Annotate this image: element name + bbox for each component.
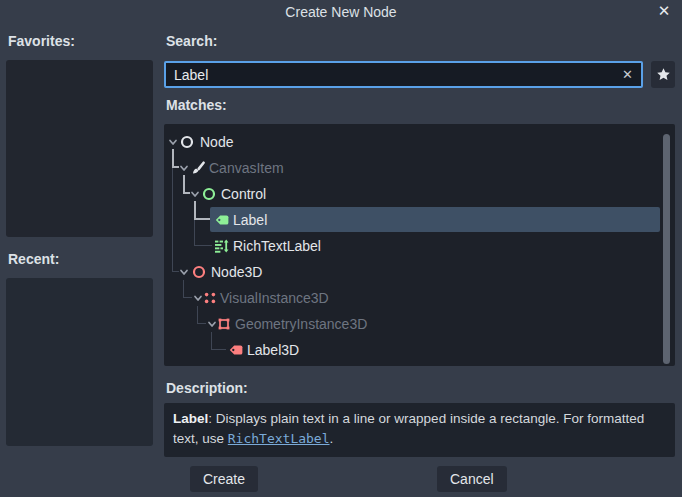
search-label: Search: xyxy=(166,33,217,49)
toggle-favorite-button[interactable] xyxy=(651,61,675,88)
tree-item-control[interactable]: Control xyxy=(164,181,675,207)
tree-item-label3d[interactable]: Label3D xyxy=(164,337,675,363)
recent-list[interactable] xyxy=(6,278,153,446)
geometryinstance3d-class-icon xyxy=(216,316,232,332)
tree-item-label: Node xyxy=(200,129,233,155)
chevron-down-icon[interactable] xyxy=(167,136,179,148)
chevron-down-icon[interactable] xyxy=(178,162,190,174)
tree-item-label: CanvasItem xyxy=(209,155,284,181)
favorites-list[interactable] xyxy=(6,60,153,237)
matches-tree: Node CanvasItem Control xyxy=(164,124,675,366)
control-class-icon xyxy=(201,186,217,202)
tree-item-label: RichTextLabel xyxy=(233,233,321,259)
tree-item-canvasitem[interactable]: CanvasItem xyxy=(164,155,675,181)
search-value: Label xyxy=(174,67,622,83)
clear-search-icon[interactable]: ✕ xyxy=(622,67,633,82)
tree-item-richtextlabel[interactable]: RichTextLabel xyxy=(164,233,675,259)
close-icon[interactable]: ✕ xyxy=(655,2,673,20)
tree-item-geometryinstance3d[interactable]: GeometryInstance3D xyxy=(164,311,675,337)
tree-scrollbar[interactable] xyxy=(663,134,670,364)
cancel-button[interactable]: Cancel xyxy=(437,466,507,492)
label-class-icon xyxy=(214,212,230,228)
star-icon xyxy=(656,67,671,82)
tree-item-label: Label xyxy=(233,207,267,233)
tree-item-label: Node3D xyxy=(211,259,262,285)
matches-label: Matches: xyxy=(166,97,227,113)
dialog-title: Create New Node xyxy=(0,4,682,20)
create-button[interactable]: Create xyxy=(190,466,258,492)
create-new-node-dialog: Create New Node ✕ Favorites: Recent: Sea… xyxy=(0,0,682,497)
description-text: Label: Displays plain text in a line or … xyxy=(164,403,675,457)
canvasitem-class-icon xyxy=(190,160,206,176)
description-class-name: Label xyxy=(173,411,208,426)
recent-label: Recent: xyxy=(8,251,59,267)
tree-item-node[interactable]: Node xyxy=(164,129,675,155)
visualinstance3d-class-icon xyxy=(202,290,218,306)
description-label: Description: xyxy=(166,380,248,396)
tree-item-visualinstance3d[interactable]: VisualInstance3D xyxy=(164,285,675,311)
tree-item-node3d[interactable]: Node3D xyxy=(164,259,675,285)
favorites-label: Favorites: xyxy=(8,33,75,49)
node3d-class-icon xyxy=(191,264,207,280)
tree-item-label: VisualInstance3D xyxy=(220,285,329,311)
label3d-class-icon xyxy=(228,342,244,358)
tree-item-label-selected[interactable]: Label xyxy=(164,207,675,233)
chevron-down-icon[interactable] xyxy=(189,188,201,200)
richtextlabel-link[interactable]: RichTextLabel xyxy=(228,431,330,446)
search-input[interactable]: Label ✕ xyxy=(164,61,643,88)
node-class-icon xyxy=(179,134,195,150)
tree-item-label: Label3D xyxy=(247,337,299,363)
richtextlabel-class-icon xyxy=(214,238,230,254)
tree-item-label: Control xyxy=(221,181,266,207)
tree-item-label: GeometryInstance3D xyxy=(235,311,367,337)
chevron-down-icon[interactable] xyxy=(178,266,190,278)
description-suffix: . xyxy=(330,431,334,446)
